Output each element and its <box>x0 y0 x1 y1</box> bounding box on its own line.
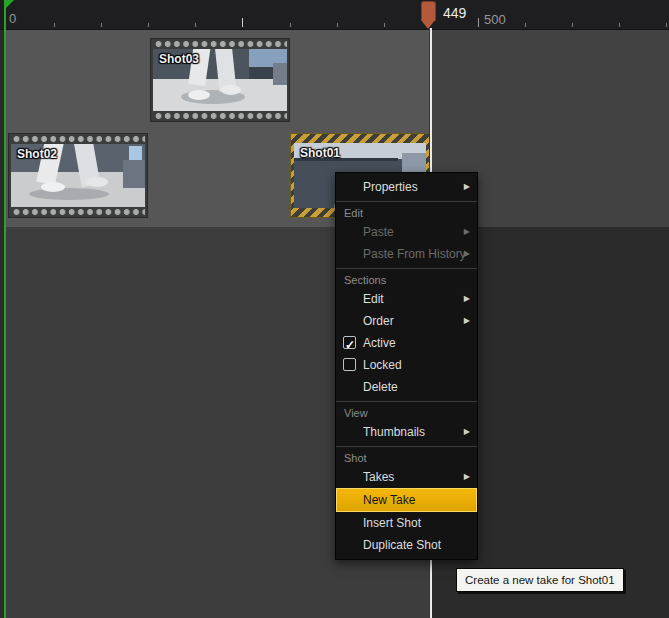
menu-item-label: Takes <box>363 470 394 484</box>
shot03-thumbnail: Shot03 <box>153 49 287 111</box>
ruler-tick <box>619 23 620 27</box>
menu-separator <box>336 198 477 205</box>
ruler-label-500: 500 <box>484 12 506 27</box>
context-menu: Properties ▶ Edit Paste ▶ Paste From His… <box>335 172 478 560</box>
frame-ruler[interactable]: 0 500 <box>0 0 669 30</box>
ruler-tick <box>54 23 55 27</box>
ruler-tick <box>666 23 667 27</box>
menu-item-delete[interactable]: Delete <box>336 376 477 398</box>
menu-separator <box>336 443 477 450</box>
menu-item-paste[interactable]: Paste ▶ <box>336 221 477 243</box>
playhead-marker-icon[interactable] <box>421 1 436 29</box>
menu-item-label: Delete <box>363 380 398 394</box>
ruler-label-start: 0 <box>9 11 16 26</box>
menu-item-new-take-highlighted[interactable]: New Take <box>336 488 477 512</box>
tooltip-new-take: Create a new take for Shot01 <box>456 568 624 592</box>
menu-item-label: New Take <box>363 493 415 507</box>
shot02-thumbnail: Shot02 <box>11 144 145 207</box>
menu-item-edit[interactable]: Edit ▶ <box>336 288 477 310</box>
playhead-frame-label: 449 <box>443 5 466 21</box>
filmstrip-sprockets-top <box>11 134 145 144</box>
menu-item-label: Thumbnails <box>363 425 425 439</box>
shot01-label: Shot01 <box>300 146 340 160</box>
menu-item-label: Edit <box>363 292 384 306</box>
ruler-tick-major <box>242 18 243 27</box>
ruler-tick-500 <box>478 18 479 27</box>
shot03-label: Shot03 <box>159 52 199 66</box>
menu-item-label: Paste <box>363 225 394 239</box>
menu-item-properties[interactable]: Properties ▶ <box>336 176 477 198</box>
menu-item-locked[interactable]: Locked <box>336 354 477 376</box>
menu-item-duplicate-shot[interactable]: Duplicate Shot <box>336 534 477 556</box>
submenu-arrow-icon: ▶ <box>464 176 470 198</box>
ruler-tick <box>525 23 526 27</box>
ruler-tick <box>384 23 385 27</box>
sequencer-track-canvas: 0 500 449 <box>0 0 669 618</box>
menu-item-active[interactable]: Active <box>336 332 477 354</box>
menu-item-label: Duplicate Shot <box>363 538 441 552</box>
filmstrip-sprockets-top <box>153 39 287 49</box>
playhead-marker-head <box>421 1 436 21</box>
menu-item-insert-shot[interactable]: Insert Shot <box>336 512 477 534</box>
menu-item-thumbnails[interactable]: Thumbnails ▶ <box>336 421 477 443</box>
ruler-tick <box>290 23 291 27</box>
menu-item-label: Order <box>363 314 394 328</box>
menu-section-sections: Sections <box>336 272 477 288</box>
menu-item-label: Locked <box>363 358 402 372</box>
shot02-label: Shot02 <box>17 147 57 161</box>
filmstrip-sprockets-bottom <box>153 111 287 121</box>
menu-item-order[interactable]: Order ▶ <box>336 310 477 332</box>
menu-section-shot: Shot <box>336 450 477 466</box>
menu-item-label: Properties <box>363 180 418 194</box>
menu-item-paste-from-history[interactable]: Paste From History ▶ <box>336 243 477 265</box>
playback-start-flag-icon <box>6 0 14 8</box>
submenu-arrow-icon: ▶ <box>464 221 470 243</box>
ruler-tick <box>337 23 338 27</box>
filmstrip-sprockets-bottom <box>11 207 145 217</box>
playhead-marker-tip <box>421 20 435 29</box>
submenu-arrow-icon: ▶ <box>464 288 470 310</box>
ruler-tick <box>101 23 102 27</box>
submenu-arrow-icon: ▶ <box>464 243 470 265</box>
menu-item-label: Paste From History <box>363 247 466 261</box>
submenu-arrow-icon: ▶ <box>464 466 470 488</box>
menu-item-takes[interactable]: Takes ▶ <box>336 466 477 488</box>
shot-section-shot03[interactable]: Shot03 <box>150 38 290 122</box>
menu-section-edit: Edit <box>336 205 477 221</box>
menu-separator <box>336 398 477 405</box>
shot-section-shot02[interactable]: Shot02 <box>8 133 148 218</box>
submenu-arrow-icon: ▶ <box>464 310 470 332</box>
ruler-tick <box>195 23 196 27</box>
ruler-tick <box>572 23 573 27</box>
menu-item-label: Active <box>363 336 396 350</box>
submenu-arrow-icon: ▶ <box>464 421 470 443</box>
locked-checkbox-unchecked[interactable] <box>343 358 356 371</box>
active-checkbox-checked[interactable] <box>343 336 356 349</box>
menu-separator <box>336 265 477 272</box>
ruler-tick <box>148 23 149 27</box>
menu-item-label: Insert Shot <box>363 516 421 530</box>
menu-section-view: View <box>336 405 477 421</box>
playback-start-marker[interactable] <box>4 0 6 618</box>
